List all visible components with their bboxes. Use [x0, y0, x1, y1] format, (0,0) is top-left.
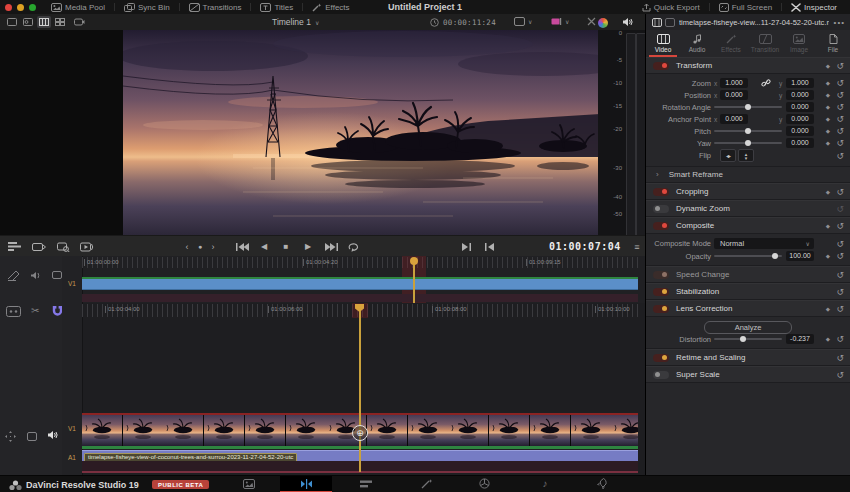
go-to-last-frame-button[interactable] [323, 236, 339, 257]
position-y-field[interactable]: 0.000 [786, 90, 814, 100]
lens-correction-section-header[interactable]: Lens Correction ◆ ↺ [646, 300, 850, 317]
upper-audio-clip[interactable] [82, 294, 638, 302]
stabilization-toggle[interactable] [653, 288, 669, 296]
move-tool-icon[interactable] [5, 431, 16, 442]
keyframe-icon[interactable]: ◆ [826, 253, 830, 259]
speed-change-section-header[interactable]: Speed Change ↺ [646, 266, 850, 283]
jog-forward-icon[interactable]: › [208, 236, 218, 257]
close-window-button[interactable] [5, 4, 12, 11]
viewer-image[interactable] [123, 30, 600, 235]
tab-effects[interactable]: Effects [714, 30, 748, 57]
page-fairlight[interactable]: ♪ [533, 476, 557, 491]
composite-section-header[interactable]: Composite ◆ ↺ [646, 217, 850, 234]
effects-button[interactable]: Effects [303, 0, 358, 14]
keyframe-icon[interactable]: ◆ [826, 140, 830, 146]
page-color[interactable] [472, 476, 496, 491]
transform-toggle[interactable] [653, 62, 669, 70]
flag-dropdown[interactable]: ∨ [551, 17, 569, 26]
titles-button[interactable]: Titles [251, 0, 302, 14]
pitch-field[interactable]: 0.000 [786, 126, 814, 136]
reset-icon[interactable]: ↺ [836, 187, 844, 196]
filmstrip-thumb[interactable] [82, 415, 123, 446]
retime-scaling-toggle[interactable] [653, 354, 669, 362]
retime-scaling-section-header[interactable]: Retime and Scaling ↺ [646, 349, 850, 366]
pitch-slider[interactable] [714, 130, 782, 132]
keyframe-icon[interactable]: ◆ [826, 63, 830, 69]
track-speaker-icon[interactable] [47, 430, 59, 440]
audio-mute-button[interactable] [622, 17, 634, 27]
upper-v1-label[interactable]: V1 [62, 280, 82, 287]
play-to-out-button[interactable] [459, 236, 475, 257]
tools-palette-icon[interactable] [6, 306, 21, 317]
cropping-section-header[interactable]: Cropping ◆ ↺ [646, 183, 850, 200]
reset-icon[interactable]: ↺ [836, 370, 844, 379]
audio-trim-icon[interactable] [30, 270, 43, 281]
transform-section-header[interactable]: Transform ◆ ↺ [646, 57, 850, 74]
sync-clip-icon[interactable] [30, 236, 48, 257]
yaw-field[interactable]: 0.000 [786, 138, 814, 148]
keyframe-icon[interactable]: ◆ [826, 306, 830, 312]
source-clip-view-button[interactable] [5, 16, 19, 28]
reset-icon[interactable]: ↺ [836, 270, 844, 279]
reset-icon[interactable]: ↺ [836, 103, 844, 112]
filmstrip-thumb[interactable] [367, 415, 408, 446]
lens-correction-toggle[interactable] [653, 305, 669, 313]
thumbnail-view-button[interactable] [53, 16, 67, 28]
play-reverse-button[interactable]: ◀ [257, 236, 271, 257]
tab-image[interactable]: Image [782, 30, 816, 57]
lower-playhead-line[interactable] [359, 305, 361, 472]
resolution-dropdown[interactable]: ∨ [514, 17, 532, 26]
distortion-field[interactable]: -0.237 [786, 334, 814, 344]
rotation-angle-field[interactable]: 0.000 [786, 102, 814, 112]
sync-bin-button[interactable]: Sync Bin [115, 0, 179, 14]
composite-toggle[interactable] [653, 222, 669, 230]
filmstrip-thumb[interactable] [163, 415, 204, 446]
filmstrip-view-button[interactable] [37, 16, 51, 28]
filmstrip-thumb[interactable] [448, 415, 489, 446]
stabilization-section-header[interactable]: Stabilization ↺ [646, 283, 850, 300]
page-media[interactable] [237, 476, 261, 491]
page-cut[interactable] [294, 476, 318, 491]
reset-icon[interactable]: ↺ [836, 61, 844, 70]
lower-a1-label[interactable]: A1 [62, 454, 82, 461]
reset-icon[interactable]: ↺ [836, 335, 844, 344]
distortion-slider[interactable] [714, 338, 782, 340]
opacity-field[interactable]: 100.00 [786, 251, 814, 261]
inspector-button[interactable]: Inspector [782, 0, 846, 14]
timeline-view-options-icon[interactable] [6, 236, 22, 257]
super-scale-toggle[interactable] [653, 371, 669, 379]
reset-icon[interactable]: ↺ [836, 252, 844, 261]
rotation-angle-slider[interactable] [714, 106, 782, 108]
page-fusion[interactable] [415, 476, 439, 491]
dynamic-zoom-toggle[interactable] [653, 205, 669, 213]
upper-ruler[interactable]: 01:00:00:00 01:00:04:20 01:00:09:15 [82, 257, 638, 268]
anchor-x-field[interactable]: 0.000 [720, 114, 748, 124]
speed-change-toggle[interactable] [653, 271, 669, 279]
keyframe-icon[interactable]: ◆ [826, 336, 830, 342]
keyframe-icon[interactable]: ◆ [826, 80, 830, 86]
yaw-slider[interactable] [714, 142, 782, 144]
filmstrip-thumb[interactable] [123, 415, 164, 446]
tab-audio[interactable]: Audio [680, 30, 714, 57]
split-clip-icon[interactable]: ✂ [31, 305, 39, 316]
keyframe-icon[interactable]: ◆ [826, 104, 830, 110]
jog-dot-icon[interactable]: ● [195, 236, 205, 257]
reset-icon[interactable]: ↺ [836, 139, 844, 148]
filmstrip-thumb[interactable] [408, 415, 449, 446]
tab-file[interactable]: File [816, 30, 850, 57]
playhead-grab-handle[interactable]: ⊕ [352, 425, 368, 441]
keyframe-icon[interactable]: ◆ [826, 223, 830, 229]
zoom-x-field[interactable]: 1.000 [720, 78, 748, 88]
flip-vertical-button[interactable]: ▴▾ [738, 149, 754, 162]
go-to-first-frame-button[interactable] [234, 236, 250, 257]
reset-icon[interactable]: ↺ [836, 304, 844, 313]
full-screen-button[interactable]: Full Screen [710, 0, 781, 14]
page-edit[interactable] [354, 476, 378, 491]
keyframe-icon[interactable]: ◆ [826, 189, 830, 195]
position-x-field[interactable]: 0.000 [720, 90, 748, 100]
reset-icon[interactable]: ↺ [836, 91, 844, 100]
filmstrip-thumb[interactable] [204, 415, 245, 446]
play-around-icon[interactable] [78, 236, 96, 257]
tab-transition[interactable]: Transition [748, 30, 782, 57]
timeline-menu-icon[interactable]: ≡ [630, 236, 644, 257]
